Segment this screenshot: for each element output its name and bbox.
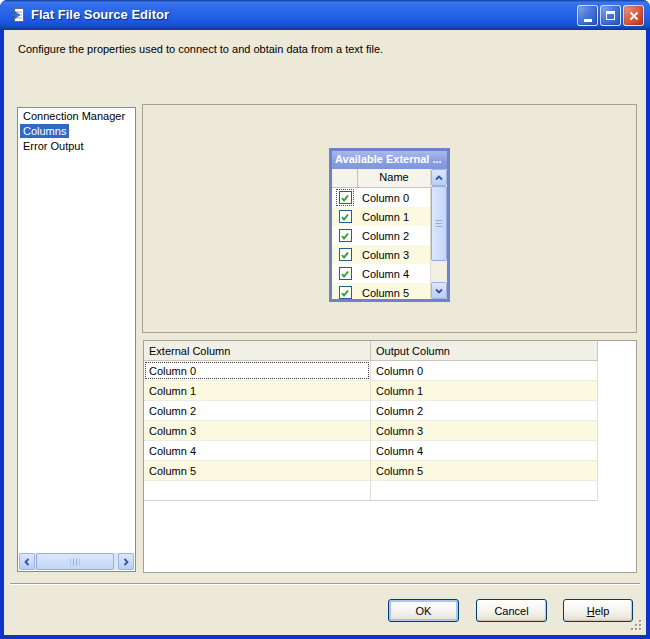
column-checkbox[interactable] [339,248,352,261]
table-row: Column 2 Column 2 [144,401,636,421]
pages-listbox: Connection Manager Columns Error Output [17,107,136,572]
columns-page-panel: Available External ... Name Column 0 [142,104,637,333]
output-column-cell[interactable] [371,481,598,501]
list-item: Column 1 [332,207,430,226]
column-name[interactable]: Column 5 [358,287,409,299]
panel-vertical-scrollbar[interactable] [430,169,447,299]
output-column-cell[interactable]: Column 5 [371,461,598,481]
chevron-right-icon [122,558,130,566]
dialog-client-area: Configure the properties used to connect… [4,30,646,635]
list-item: Column 3 [332,245,430,264]
check-icon [340,212,350,222]
cancel-button[interactable]: Cancel [476,599,547,622]
list-item: Column 2 [332,226,430,245]
resize-grip-icon [630,619,643,632]
column-name[interactable]: Column 0 [358,192,409,204]
sidebar-horizontal-scrollbar[interactable] [19,553,134,570]
scroll-up-button[interactable] [431,169,447,186]
maximize-button[interactable] [600,5,621,26]
flat-file-source-editor-dialog: Flat File Source Editor Configure the pr… [0,0,650,639]
name-column-header[interactable]: Name [358,169,430,187]
output-column-cell[interactable]: Column 1 [371,381,598,401]
minimize-button[interactable] [577,5,598,26]
sidebar-item-connection-manager[interactable]: Connection Manager [20,109,128,123]
table-row-empty [144,481,636,501]
available-columns-grid-body: Name Column 0 Column 1 [332,169,430,299]
list-item: Column 0 [332,188,430,207]
check-icon [340,250,350,260]
column-name[interactable]: Column 2 [358,230,409,242]
column-checkbox[interactable] [339,191,352,204]
check-icon [340,269,350,279]
external-column-cell[interactable]: Column 4 [144,441,371,461]
footer-separator [10,583,640,585]
checkbox-column-header[interactable] [332,169,358,187]
sidebar-item-error-output[interactable]: Error Output [20,139,87,153]
column-name[interactable]: Column 4 [358,268,409,280]
table-row: Column 3 Column 3 [144,421,636,441]
scroll-down-button[interactable] [431,282,447,299]
ok-button[interactable]: OK [388,599,459,622]
resize-grip[interactable] [630,619,643,632]
dialog-description: Configure the properties used to connect… [18,43,383,55]
column-name[interactable]: Column 3 [358,249,409,261]
table-row: Column 5 Column 5 [144,461,636,481]
table-row: Column 1 Column 1 [144,381,636,401]
column-name[interactable]: Column 1 [358,211,409,223]
available-external-columns-title[interactable]: Available External ... [332,151,447,169]
close-icon [629,11,639,21]
app-icon [9,7,25,23]
window-title: Flat File Source Editor [31,7,169,22]
output-column-cell[interactable]: Column 2 [371,401,598,421]
output-column-header[interactable]: Output Column [371,341,598,361]
mapping-table-header: External Column Output Column [144,341,636,361]
output-column-cell[interactable]: Column 3 [371,421,598,441]
table-row: Column 4 Column 4 [144,441,636,461]
check-icon [340,193,350,203]
column-checkbox[interactable] [339,210,352,223]
vertical-scroll-thumb[interactable] [431,186,447,261]
horizontal-scroll-thumb[interactable] [36,553,114,570]
chevron-left-icon [23,558,31,566]
external-column-cell[interactable]: Column 3 [144,421,371,441]
mapping-table-rows: Column 0 Column 0 Column 1 Column 1 Colu… [144,361,636,501]
column-checkbox[interactable] [339,229,352,242]
external-column-cell[interactable] [144,481,371,501]
output-column-cell[interactable]: Column 4 [371,441,598,461]
title-bar[interactable]: Flat File Source Editor [0,0,650,30]
scroll-right-button[interactable] [118,553,134,570]
available-external-columns-panel: Available External ... Name Column 0 [329,148,450,302]
external-column-cell[interactable]: Column 1 [144,381,371,401]
maximize-icon [606,11,615,20]
vertical-scroll-track[interactable] [431,261,447,282]
column-checkbox[interactable] [339,286,352,299]
table-row: Column 0 Column 0 [144,361,636,381]
close-button[interactable] [623,5,644,26]
available-columns-rows: Column 0 Column 1 Column 2 [332,188,430,299]
chevron-up-icon [435,174,443,182]
chevron-down-icon [435,287,443,295]
sidebar-item-columns[interactable]: Columns [20,124,69,138]
minimize-icon [584,19,592,22]
check-icon [340,231,350,241]
titlebar-buttons [577,5,644,26]
output-column-cell[interactable]: Column 0 [371,361,598,381]
external-column-cell[interactable]: Column 5 [144,461,371,481]
external-column-header[interactable]: External Column [144,341,371,361]
help-button[interactable]: Help [563,599,633,622]
external-column-cell[interactable]: Column 2 [144,401,371,421]
available-columns-grid: Name Column 0 Column 1 [332,169,447,299]
column-mapping-table: External Column Output Column Column 0 C… [143,340,637,573]
list-item: Column 5 [332,283,430,299]
column-checkbox[interactable] [339,267,352,280]
grid-header-row: Name [332,169,430,188]
check-icon [340,288,350,298]
scroll-left-button[interactable] [19,553,35,570]
external-column-cell[interactable]: Column 0 [144,361,371,381]
list-item: Column 4 [332,264,430,283]
